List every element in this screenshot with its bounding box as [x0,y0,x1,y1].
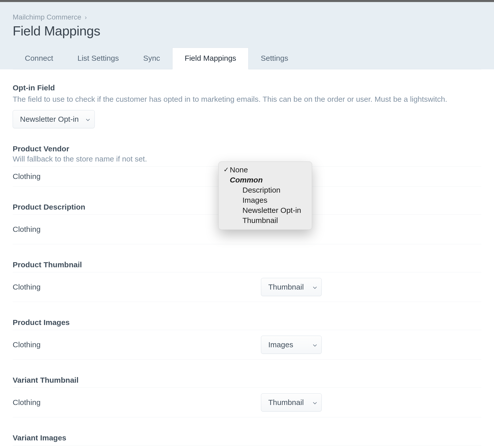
variant-thumb-row-label: Clothing [13,398,261,407]
dropdown-option-none[interactable]: ✓ None [219,165,312,175]
tab-list-settings[interactable]: List Settings [65,48,131,69]
variant-thumb-select[interactable]: Thumbnail [261,393,322,412]
page-header: Mailchimp Commerce › Field Mappings Conn… [0,2,494,69]
dropdown-group-common: Common [219,175,312,185]
optin-title: Opt-in Field [13,84,481,92]
dropdown-option-newsletter[interactable]: Newsletter Opt-in [219,205,312,215]
breadcrumb-parent-link[interactable]: Mailchimp Commerce [13,13,81,21]
optin-select[interactable]: Newsletter Opt-in [13,110,95,128]
optin-section: Opt-in Field The field to use to check i… [13,84,481,128]
variant-images-section: Variant Images Clothing Images [13,434,481,448]
thumbnail-row: Clothing Thumbnail [13,272,481,302]
chevron-down-icon [313,398,317,407]
thumbnail-select-value: Thumbnail [268,283,304,291]
optin-select-value: Newsletter Opt-in [20,115,79,124]
chevron-down-icon [86,115,90,124]
tab-sync[interactable]: Sync [131,48,172,69]
images-select[interactable]: Images [261,336,322,354]
chevron-down-icon [313,283,317,291]
thumbnail-title: Product Thumbnail [13,260,481,269]
content-area: Opt-in Field The field to use to check i… [0,69,494,448]
window-topbar [0,0,494,2]
vendor-section: Product Vendor Will fallback to the stor… [13,145,481,187]
dropdown-option-label: None [230,166,248,174]
variant-thumb-row: Clothing Thumbnail [13,388,481,417]
optin-desc: The field to use to check if the custome… [13,94,481,105]
images-title: Product Images [13,318,481,327]
images-select-value: Images [268,340,293,349]
variant-images-title: Variant Images [13,434,481,442]
tab-field-mappings[interactable]: Field Mappings [172,48,249,69]
page-title: Field Mappings [13,23,481,38]
vendor-dropdown-panel: ✓ None Common Description Images Newslet… [218,161,312,230]
dropdown-option-thumbnail[interactable]: Thumbnail [219,215,312,226]
variant-thumb-select-value: Thumbnail [268,398,304,407]
images-section: Product Images Clothing Images [13,318,481,360]
dropdown-option-description[interactable]: Description [219,185,312,195]
vendor-row: Clothing ✓ None Common Description Image… [13,166,481,187]
chevron-down-icon [313,340,317,349]
thumbnail-select[interactable]: Thumbnail [261,278,322,296]
variant-thumb-section: Variant Thumbnail Clothing Thumbnail [13,376,481,417]
images-row: Clothing Images [13,330,481,360]
variant-thumb-title: Variant Thumbnail [13,376,481,384]
dropdown-option-images[interactable]: Images [219,195,312,205]
thumbnail-row-label: Clothing [13,283,261,291]
variant-images-row: Clothing Images [13,445,481,448]
images-row-label: Clothing [13,340,261,349]
tabs-bar: Connect List Settings Sync Field Mapping… [13,48,481,69]
vendor-title: Product Vendor [13,145,481,153]
thumbnail-section: Product Thumbnail Clothing Thumbnail [13,260,481,302]
check-icon: ✓ [223,166,230,174]
tab-connect[interactable]: Connect [13,48,65,69]
breadcrumb: Mailchimp Commerce › [13,13,481,21]
tab-settings[interactable]: Settings [249,48,300,69]
breadcrumb-separator: › [85,14,87,21]
